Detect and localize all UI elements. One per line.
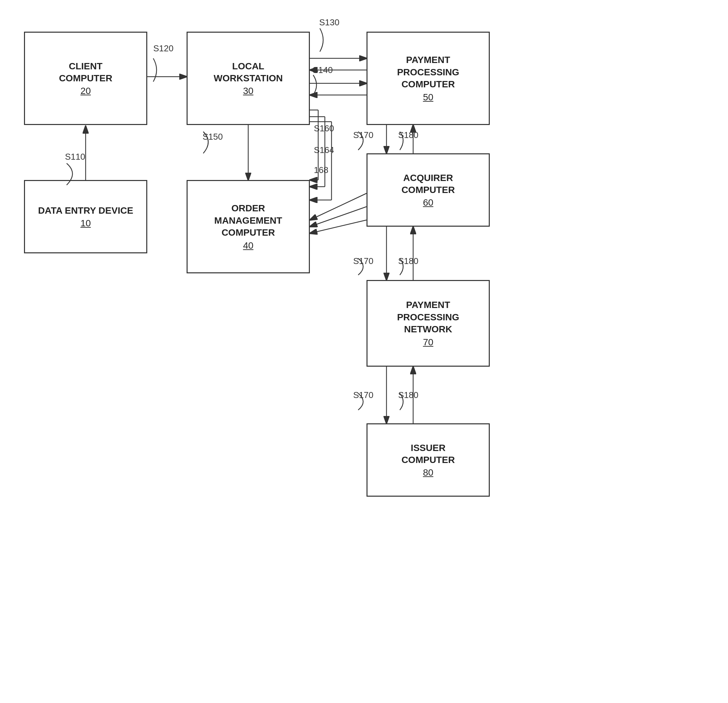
payment-processing-network-id: 70: [423, 337, 433, 348]
payment-processing-network-title: PAYMENTPROCESSINGNETWORK: [397, 299, 459, 335]
payment-processing-computer-title: PAYMENTPROCESSINGCOMPUTER: [397, 54, 459, 90]
issuer-computer-title: ISSUERCOMPUTER: [402, 442, 455, 466]
label-s120: S120: [153, 43, 173, 54]
label-s150: S150: [202, 132, 223, 142]
label-s170-2: S170: [353, 256, 374, 266]
order-management-id: 40: [243, 240, 253, 251]
label-s164: S164: [314, 145, 334, 155]
label-s180-3: S180: [398, 390, 419, 400]
label-168: 168: [314, 165, 328, 175]
acquirer-computer-box: ACQUIRERCOMPUTER 60: [367, 153, 490, 227]
issuer-computer-box: ISSUERCOMPUTER 80: [367, 423, 490, 497]
data-entry-box: DATA ENTRY DEVICE 10: [24, 180, 147, 253]
data-entry-title: DATA ENTRY DEVICE: [38, 205, 133, 217]
payment-processing-computer-box: PAYMENTPROCESSINGCOMPUTER 50: [367, 32, 490, 125]
payment-processing-computer-id: 50: [423, 92, 433, 103]
label-s130: S130: [319, 17, 339, 27]
label-s170-3: S170: [353, 390, 374, 400]
label-s140: S140: [312, 65, 333, 75]
local-workstation-id: 30: [243, 86, 253, 96]
order-management-title: ORDERMANAGEMENTCOMPUTER: [214, 203, 282, 239]
data-entry-id: 10: [80, 218, 91, 229]
diagram-container: CLIENTCOMPUTER 20 DATA ENTRY DEVICE 10 L…: [0, 0, 728, 703]
label-s160: S160: [314, 123, 334, 134]
local-workstation-box: LOCALWORKSTATION 30: [186, 32, 310, 125]
acquirer-computer-id: 60: [423, 197, 433, 208]
payment-processing-network-box: PAYMENTPROCESSINGNETWORK 70: [367, 280, 490, 367]
client-computer-title: CLIENTCOMPUTER: [59, 60, 112, 85]
label-s170-1: S170: [353, 130, 374, 140]
svg-line-10: [310, 207, 367, 227]
label-s180-2: S180: [398, 256, 419, 266]
issuer-computer-id: 80: [423, 467, 433, 478]
client-computer-box: CLIENTCOMPUTER 20: [24, 32, 147, 125]
local-workstation-title: LOCALWORKSTATION: [214, 60, 283, 85]
svg-line-11: [310, 220, 367, 233]
client-computer-id: 20: [80, 86, 91, 96]
order-management-box: ORDERMANAGEMENTCOMPUTER 40: [186, 180, 310, 273]
acquirer-computer-title: ACQUIRERCOMPUTER: [402, 172, 455, 196]
label-s110: S110: [65, 152, 85, 162]
label-s180-1: S180: [398, 130, 419, 140]
svg-line-9: [310, 193, 367, 220]
